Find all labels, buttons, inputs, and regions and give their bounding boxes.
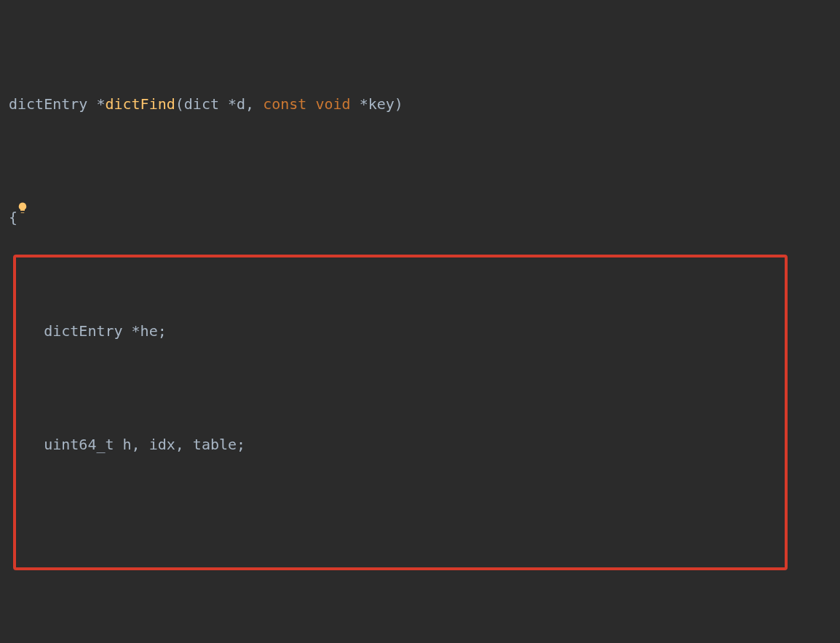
token-ident: *key): [351, 95, 403, 113]
indent: [9, 436, 44, 453]
code-content[interactable]: dictEntry *dictFind(dict *d, const void …: [9, 6, 840, 643]
token-ident: dictEntry *he;: [44, 322, 167, 340]
token-paren: (: [175, 95, 184, 113]
code-line[interactable]: dictEntry *he;: [9, 316, 840, 346]
indent: [9, 322, 44, 340]
token-function: dictFind: [105, 95, 175, 113]
token-ident: uint64_t h, idx, table;: [44, 436, 245, 453]
code-line[interactable]: [9, 543, 840, 573]
code-line[interactable]: uint64_t h, idx, table;: [9, 429, 840, 460]
token-type: dictEntry *: [9, 95, 105, 113]
code-line[interactable]: {: [9, 202, 840, 233]
token-keyword: const void: [263, 95, 350, 113]
token-brace: {: [9, 209, 17, 226]
token-ident: dict *d,: [184, 95, 263, 113]
code-editor[interactable]: dictEntry *dictFind(dict *d, const void …: [0, 0, 840, 643]
code-line[interactable]: dictEntry *dictFind(dict *d, const void …: [9, 89, 840, 119]
